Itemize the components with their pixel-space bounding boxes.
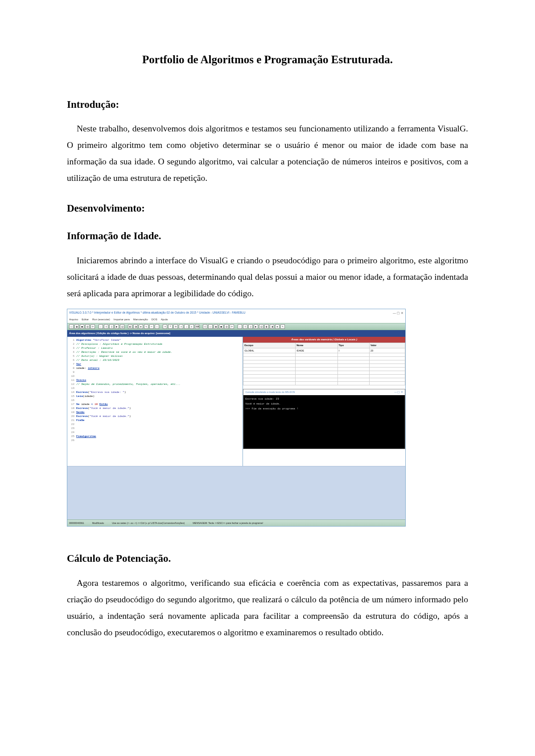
menu-item[interactable]: Importar para [114, 318, 130, 321]
status-bar: 00000040061 Modificado Use as setas (<- … [67, 519, 405, 526]
variables-panel-header: Áreas das variáveis de memória ( Globais… [243, 337, 405, 343]
toolbar-button-icon[interactable]: ▥ [224, 324, 229, 329]
toolbar-button-icon[interactable]: ◧ [264, 324, 269, 329]
status-position: 00000040061 [69, 521, 84, 525]
toolbar-button-icon[interactable]: ⌨ [195, 324, 199, 329]
menu-item[interactable]: Ajuda [161, 318, 168, 321]
toolbar-button-icon[interactable]: ◻ [208, 324, 213, 329]
toolbar-button-icon[interactable]: ⚙ [173, 324, 178, 329]
toolbar-button-icon[interactable]: ✂ [149, 324, 154, 329]
algorithms-bar: Área dos algoritmos ( Edição do código f… [67, 330, 405, 337]
code-line[interactable]: 16 [68, 398, 240, 402]
toolbar-button-icon[interactable]: ◧ [128, 324, 132, 329]
toolbar-button-icon[interactable]: ◻ [69, 324, 74, 329]
toolbar-button-icon[interactable]: ◈ [139, 324, 143, 329]
code-line[interactable]: 2// Disciplina : Algoritmos e Programaçã… [68, 342, 240, 346]
toolbar-button-icon[interactable]: ⎙ [109, 324, 114, 329]
info-idade-body: Iniciaremos abrindo a interface do Visua… [67, 252, 468, 302]
code-line[interactable]: 22 [68, 422, 240, 426]
console-window-controls-icon[interactable]: — ▢ ✕ [394, 390, 403, 394]
dev-heading: Desenvolvimento: [67, 199, 468, 218]
toolbar-button-icon[interactable]: ◨ [270, 324, 274, 329]
code-line[interactable]: 12// Seção de Comandos, procedimento, fu… [68, 382, 240, 386]
toolbar-button-icon[interactable]: ▣ [74, 324, 79, 329]
toolbar-button-icon[interactable]: ◼ [80, 324, 84, 329]
toolbar-button-icon[interactable]: ? [168, 324, 173, 329]
variables-table: EscopoNomeTipoValor GLOBALIDADEI23 [243, 343, 405, 385]
code-line[interactable]: 11Inicio [68, 378, 240, 382]
vars-col-header: Nome [296, 343, 337, 348]
menu-item[interactable]: Editar [82, 318, 89, 321]
status-mode: Modificado [92, 521, 104, 525]
toolbar-button-icon[interactable]: ✎ [280, 324, 285, 329]
toolbar-button-icon[interactable]: ✎ [144, 324, 148, 329]
table-row [243, 360, 405, 364]
toolbar-button-icon[interactable]: ⎘ [104, 324, 108, 329]
console-window: Console simulando o modo texto do MS-DOS… [243, 389, 405, 449]
code-editor[interactable]: 1Algoritmo "Verificar Idade"2// Discipli… [67, 337, 243, 466]
toolbar-button-icon[interactable]: ⟳ [230, 324, 234, 329]
visualg-titlebar: VISUALG 3.0.7.0 * Interpretador e Editor… [67, 309, 405, 317]
code-line[interactable]: 17 Se idade < 18 Então [68, 402, 240, 406]
code-line[interactable]: 18 Escreva("Você é menor de idade.") [68, 406, 240, 410]
info-idade-heading: Informação de Idade. [67, 226, 468, 246]
console-output: Escreva sua idade: 23 Você é maior de id… [243, 395, 405, 449]
code-line[interactable]: 10 [68, 374, 240, 378]
code-line[interactable]: 15 Leia(idade) [68, 394, 240, 398]
toolbar-button-icon[interactable]: ⌂ [238, 324, 242, 329]
code-line[interactable]: 14 Escreva("Escreva sua idade: ") [68, 390, 240, 394]
toolbar-button-icon[interactable]: ⌂ [99, 324, 103, 329]
toolbar-button-icon[interactable]: ▤ [120, 324, 124, 329]
code-line[interactable]: 21 FimSe [68, 418, 240, 422]
toolbar-button-icon[interactable]: ⎘ [243, 324, 247, 329]
code-line[interactable]: 20 Escreva("Você é maior de idade.") [68, 414, 240, 418]
code-line[interactable]: 24 [68, 430, 240, 434]
code-line[interactable]: 7Var [68, 362, 240, 366]
table-row [243, 357, 405, 360]
code-line[interactable]: 4// Descrição : Descreve se voce é ou nã… [68, 350, 240, 354]
toolbar-button-icon[interactable]: ⟳ [91, 324, 95, 329]
toolbar-button-icon[interactable]: ⎌ [155, 324, 159, 329]
code-line[interactable]: 1Algoritmo "Verificar Idade" [68, 338, 240, 342]
code-line[interactable]: 23 [68, 426, 240, 430]
status-message: MENSAGEM: Tecle <<ESC>> para fechar a ja… [193, 521, 263, 525]
toolbar-button-icon[interactable]: ▤ [259, 324, 263, 329]
toolbar-button-icon[interactable]: ⎗ [163, 324, 167, 329]
toolbar-button-icon[interactable]: ▣ [214, 324, 218, 329]
intro-heading: Introdução: [67, 95, 468, 114]
status-hint: Use as setas (<- ou ->) <<Ctrl (+ p/ LIS… [112, 521, 185, 525]
code-line[interactable]: 25Fimalgoritmo [68, 434, 240, 438]
vars-col-header: Tipo [337, 343, 370, 348]
toolbar-button-icon[interactable]: ◨ [133, 324, 138, 329]
code-line[interactable]: 13 [68, 386, 240, 390]
toolbar-button-icon[interactable]: ◼ [219, 324, 223, 329]
menu-item[interactable]: DOS [152, 318, 157, 321]
toolbar-button-icon[interactable]: ⎚ [179, 324, 183, 329]
toolbar-button-icon[interactable]: ▶ [254, 324, 258, 329]
toolbar-button-icon[interactable]: ▥ [85, 324, 90, 329]
table-row [243, 382, 405, 385]
code-line[interactable]: 8 idade: inteiro [68, 366, 240, 370]
window-controls-icon[interactable]: — ▢ ✕ [393, 310, 403, 316]
toolbar-button-icon[interactable]: ◈ [275, 324, 280, 329]
toolbar-button-icon[interactable]: ⌬ [203, 324, 207, 329]
code-line[interactable]: 3// Professor : Leandro [68, 346, 240, 350]
calc-heading: Cálculo de Potenciação. [67, 549, 468, 568]
menu-item[interactable]: Manutenção [133, 318, 148, 321]
visualg-title-text: VISUALG 3.0.7.0 * Interpretador e Editor… [69, 310, 246, 315]
menu-item[interactable]: Run (executar) [92, 318, 110, 321]
toolbar-button-icon[interactable]: ▶ [115, 324, 119, 329]
table-row [243, 368, 405, 371]
code-line[interactable]: 9 [68, 370, 240, 374]
toolbar-button-icon[interactable]: ⌕ [184, 324, 189, 329]
code-line[interactable]: 26 [68, 438, 240, 442]
toolbar-button-icon[interactable]: ≡ [189, 324, 194, 329]
table-row [243, 375, 405, 378]
menu-item[interactable]: Arquivo [69, 318, 78, 321]
code-line[interactable]: 5// Autor(a) : Wagner Willian [68, 354, 240, 358]
visualg-toolbar[interactable]: ◻▣◼▥⟳⌂⎘⎙▶▤◧◨◈✎✂⎌⎗?⚙⎚⌕≡⌨⌬◻▣◼▥⟳⌂⎘⎙▶▤◧◨◈✎ [67, 323, 405, 330]
visualg-menubar[interactable]: ArquivoEditarRun (executar)Importar para… [67, 317, 405, 323]
code-line[interactable]: 19 Senão [68, 410, 240, 414]
code-line[interactable]: 6// Data atual : 23/10/2023 [68, 358, 240, 362]
toolbar-button-icon[interactable]: ⎙ [248, 324, 253, 329]
